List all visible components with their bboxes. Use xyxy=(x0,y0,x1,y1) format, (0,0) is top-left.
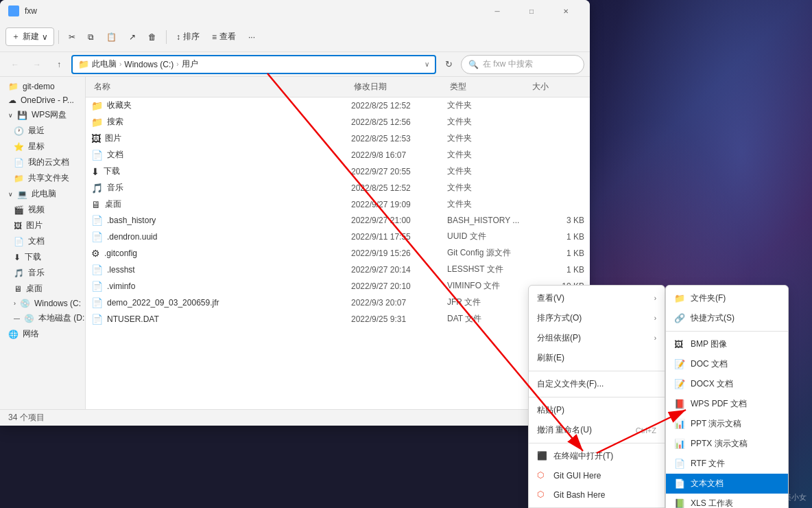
file-row[interactable]: 📄.dendron.uuid 2022/9/11 17:55 UUID 文件 1… xyxy=(86,229,590,245)
menu-item-group[interactable]: 分组依据(P) › xyxy=(529,328,665,348)
delete-icon: 🗑 xyxy=(148,32,156,42)
menu-item-sort[interactable]: 排序方式(O) › xyxy=(529,308,665,328)
sidebar-item-pictures[interactable]: 🖼 图片 xyxy=(0,218,85,233)
file-row[interactable]: 🎵音乐 2022/8/25 12:52 文件夹 xyxy=(86,180,590,196)
search-box[interactable]: 🔍 在 fxw 中搜索 xyxy=(461,55,584,74)
refresh-button[interactable]: ↻ xyxy=(439,55,458,74)
file-row[interactable]: 📄.viminfo 2022/9/27 20:10 VIMINFO 文件 10 … xyxy=(86,278,590,295)
menu-item-gitgui[interactable]: ⬡ Git GUI Here xyxy=(529,466,665,485)
sidebar-item-desktop[interactable]: 🖥 桌面 xyxy=(0,281,85,297)
windows-c-icon: 💿 xyxy=(20,299,30,308)
submenu-shortcut-icon: 🔗 xyxy=(674,313,685,323)
shared-label: 共享文件夹 xyxy=(28,172,69,184)
sidebar-item-thispc[interactable]: ∨ 💻 此电脑 xyxy=(0,186,85,202)
sidebar-item-downloads[interactable]: ⬇ 下载 xyxy=(0,249,85,265)
file-row[interactable]: ⬇下载 2022/9/27 20:55 文件夹 xyxy=(86,163,590,180)
menu-item-view[interactable]: 查看(V) › xyxy=(529,288,665,308)
minimize-button[interactable]: ─ xyxy=(481,0,513,22)
file-row[interactable]: 🖼图片 2022/8/25 12:53 文件夹 xyxy=(86,130,590,147)
sidebar-item-git-demo[interactable]: 📁 git-demo xyxy=(0,80,85,93)
file-row[interactable]: 📄NTUSER.DAT 2022/9/25 9:31 DAT 文件 376 KB xyxy=(86,311,590,327)
submenu-item-shortcut[interactable]: 🔗 快捷方式(S) xyxy=(666,308,788,328)
file-name-7: 📄.bash_history xyxy=(91,215,351,226)
file-row[interactable]: 📁搜索 2022/8/25 12:56 文件夹 xyxy=(86,114,590,130)
submenu-item-bmp[interactable]: 🖼 BMP 图像 xyxy=(666,334,788,354)
file-row[interactable]: 📄.bash_history 2022/9/27 21:00 BASH_HIST… xyxy=(86,213,590,229)
sidebar-item-windows-c[interactable]: › 💿 Windows (C: xyxy=(0,297,85,310)
file-row[interactable]: ⚙.gitconfig 2022/9/19 15:26 Git Config 源… xyxy=(86,245,590,262)
sidebar-item-starred[interactable]: ⭐ 星标 xyxy=(0,139,85,154)
file-name-2: 🖼图片 xyxy=(91,132,351,144)
copy-button[interactable]: ⧉ xyxy=(82,30,99,45)
sidebar-item-docs[interactable]: 📄 文档 xyxy=(0,233,85,249)
toolbar: ＋ 新建 ∨ ✂ ⧉ 📋 ↗ 🗑 ↕ 排序 ≡ 查看 ··· xyxy=(0,22,590,52)
menu-item-left-terminal: ⬛ 在终端中打开(T) xyxy=(537,450,613,462)
file-icon-9: ⚙ xyxy=(91,248,100,259)
sidebar-item-videos[interactable]: 🎬 视频 xyxy=(0,202,85,218)
downloads-label: 下载 xyxy=(25,251,41,263)
col-size[interactable]: 大小 xyxy=(529,80,584,94)
submenu-item-folder[interactable]: 📁 文件夹(F) xyxy=(666,288,788,308)
forward-button[interactable]: → xyxy=(27,55,47,74)
share-icon: ↗ xyxy=(129,32,136,42)
view-button[interactable]: ≡ 查看 xyxy=(206,28,241,45)
menu-item-terminal[interactable]: ⬛ 在终端中打开(T) xyxy=(529,446,665,466)
menu-label-group: 分组依据(P) xyxy=(537,332,581,344)
submenu-item-docx[interactable]: 📝 DOCX 文档 xyxy=(666,374,788,394)
submenu-item-ppt[interactable]: 📊 PPT 演示文稿 xyxy=(666,414,788,434)
submenu-item-wpspdf[interactable]: 📕 WPS PDF 文档 xyxy=(666,394,788,414)
sidebar: 📁 git-demo ☁ OneDrive - P... ∨ 💾 WPS网盘 🕐… xyxy=(0,77,86,409)
file-row[interactable]: 📄.lesshst 2022/9/27 20:14 LESSHST 文件 1 K… xyxy=(86,262,590,278)
file-icon-5: 🎵 xyxy=(91,183,103,194)
menu-item-refresh[interactable]: 刷新(E) xyxy=(529,348,665,368)
paste-button[interactable]: 📋 xyxy=(101,30,122,45)
file-row[interactable]: 🖥桌面 2022/9/27 19:09 文件夹 xyxy=(86,196,590,213)
submenu-label-doc: DOC 文档 xyxy=(691,358,728,370)
file-row[interactable]: 📄demo_2022_09_03_200659.jfr 2022/9/3 20:… xyxy=(86,295,590,311)
submenu-item-txt[interactable]: 📄 文本文档 xyxy=(666,474,788,494)
file-row[interactable]: 📁收藏夹 2022/8/25 12:52 文件夹 xyxy=(86,97,590,114)
close-button[interactable]: ✕ xyxy=(550,0,582,22)
sidebar-item-cloud-docs[interactable]: 📄 我的云文档 xyxy=(0,154,85,170)
up-button[interactable]: ↑ xyxy=(49,55,69,74)
sidebar-item-onedrive[interactable]: ☁ OneDrive - P... xyxy=(0,93,85,107)
menu-item-customize[interactable]: 自定义文件夹(F)... xyxy=(529,374,665,394)
sidebar-item-recent[interactable]: 🕐 最近 xyxy=(0,123,85,139)
address-path[interactable]: 📁 此电脑 › Windows (C:) › 用户 ∨ xyxy=(71,55,436,74)
file-name-6: 🖥桌面 xyxy=(91,198,351,210)
submenu-txt-icon: 📄 xyxy=(674,478,685,489)
file-row[interactable]: 📄文档 2022/9/8 16:07 文件夹 xyxy=(86,147,590,163)
submenu-item-rtf[interactable]: 📄 RTF 文件 xyxy=(666,454,788,474)
videos-label: 视频 xyxy=(28,204,45,216)
menu-item-undo[interactable]: 撤消 重命名(U) Ctrl+Z xyxy=(529,420,665,440)
submenu-item-xls[interactable]: 📗 XLS 工作表 xyxy=(666,494,788,508)
sidebar-item-shared[interactable]: 📁 共享文件夹 xyxy=(0,170,85,186)
menu-item-gitbash[interactable]: ⬡ Git Bash Here xyxy=(529,485,665,505)
menu-separator-2 xyxy=(529,397,665,397)
back-button[interactable]: ← xyxy=(5,55,25,74)
col-date[interactable]: 修改日期 xyxy=(351,80,447,94)
sidebar-item-wps[interactable]: ∨ 💾 WPS网盘 xyxy=(0,107,85,123)
submenu-item-pptx[interactable]: 📊 PPTX 演示文稿 xyxy=(666,434,788,454)
file-name-0: 📁收藏夹 xyxy=(91,100,351,111)
sidebar-item-music[interactable]: 🎵 音乐 xyxy=(0,265,85,281)
cloud-docs-icon: 📄 xyxy=(14,158,24,168)
submenu-item-doc[interactable]: 📝 DOC 文档 xyxy=(666,354,788,374)
cut-button[interactable]: ✂ xyxy=(63,30,81,45)
submenu-rtf-icon: 📄 xyxy=(674,459,685,469)
sort-button[interactable]: ↕ 排序 xyxy=(171,28,205,45)
new-label: 新建 xyxy=(23,31,39,43)
menu-label-terminal: 在终端中打开(T) xyxy=(553,450,613,462)
share-button[interactable]: ↗ xyxy=(123,30,141,45)
chevron-icon-pc: ∨ xyxy=(8,191,13,198)
delete-button[interactable]: 🗑 xyxy=(143,30,162,45)
sidebar-item-network[interactable]: 🌐 网络 xyxy=(0,326,85,342)
new-button[interactable]: ＋ 新建 ∨ xyxy=(5,27,54,46)
menu-item-paste[interactable]: 粘贴(P) xyxy=(529,400,665,420)
col-type[interactable]: 类型 xyxy=(447,80,529,94)
more-button[interactable]: ··· xyxy=(243,30,261,45)
col-name[interactable]: 名称 xyxy=(91,80,351,94)
submenu-arrow-group: › xyxy=(654,334,656,342)
sidebar-item-local-d[interactable]: — 💿 本地磁盘 (D: xyxy=(0,310,85,326)
maximize-button[interactable]: □ xyxy=(516,0,547,22)
